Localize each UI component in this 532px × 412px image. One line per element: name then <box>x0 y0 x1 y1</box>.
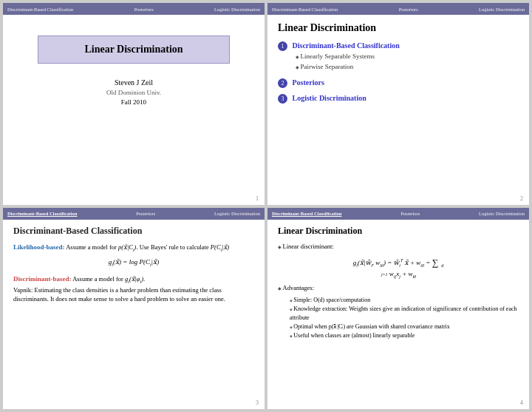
header-center-3: Posteriors <box>136 211 155 216</box>
advantages-section: Advantages: Simple: O(d) space/computati… <box>278 284 519 340</box>
toc-section-3: 3 Logistic Discrimination <box>278 94 519 104</box>
header-center-1: Posteriors <box>134 7 154 12</box>
likelihood-text: Assume a model for p(x̄|Ci). Use Bayes' … <box>66 243 229 251</box>
slide-1-number: 1 <box>256 195 259 202</box>
slide-2-content: Linear Discrimination 1 Discriminant-Bas… <box>267 15 529 115</box>
advantages-header: Advantages: <box>278 284 519 293</box>
math-1: gi(x̄) = log P(Ci|x̄) <box>13 257 254 269</box>
header-left-2: Discriminant-Based Classification <box>272 7 338 12</box>
header-center-2: Posteriors <box>399 7 418 12</box>
linear-discriminant-eq: gi(x̄|w̃i, wi0) = w̃iT x̄ + wi0 = ∑ d j=… <box>278 257 519 280</box>
advantage-2: Knowledge extraction: Weights sizes give… <box>290 305 519 322</box>
slide-1-date: Fall 2010 <box>13 98 254 106</box>
toc-section-1: 1 Discriminant-Based Classification Line… <box>278 41 519 72</box>
toc-number-3: 3 <box>278 94 287 104</box>
header-center-4: Posteriors <box>400 211 420 216</box>
slide-3: Discriminant-Based Classification Poster… <box>3 208 265 410</box>
slide-2-header: Discriminant-Based Classification Poster… <box>267 3 529 15</box>
header-left-1: Discriminant-Based Classification <box>7 7 73 12</box>
slide-3-content: Discriminant-Based Classification Likeli… <box>3 220 265 317</box>
header-right-1: Logistic Discrimination <box>214 7 260 12</box>
header-right-4: Logistic Discrimination <box>479 211 525 216</box>
slide-2: Discriminant-Based Classification Poster… <box>267 3 529 205</box>
toc-item-3: 3 Logistic Discrimination <box>278 94 519 104</box>
slide-1-institution: Old Dominion Univ. <box>13 89 254 96</box>
slide-2-number: 2 <box>520 195 523 202</box>
toc-sub-item-1-2: Pairwise Separation <box>296 61 519 72</box>
slide-1-title: Linear Discrimination <box>84 44 183 55</box>
slide-1-title-box: Linear Discrimination <box>38 36 231 64</box>
linear-discriminant-section: Linear discriminant: gi(x̄|w̃i, wi0) = w… <box>278 243 519 280</box>
slide-4-number: 4 <box>520 399 523 406</box>
linear-discriminant-label: Linear discriminant: <box>283 243 334 250</box>
slide-1-author: Steven J Zeil <box>13 78 254 87</box>
toc-label-2: Posteriors <box>293 78 324 87</box>
slide-1-header: Discriminant-Based Classification Poster… <box>3 3 265 15</box>
toc-number-2: 2 <box>278 78 287 88</box>
toc-item-1: 1 Discriminant-Based Classification <box>278 41 519 51</box>
slide-3-number: 3 <box>256 399 259 406</box>
slide-3-header: Discriminant-Based Classification Poster… <box>3 208 265 220</box>
slide-2-title: Linear Discrimination <box>278 22 519 34</box>
toc-sub-item-1-1: Linearly Separable Systems <box>296 51 519 61</box>
slide-4: Discriminant-Based Classification Poster… <box>267 208 529 410</box>
toc-item-2: 2 Posteriors <box>278 78 519 88</box>
toc-sub-1: Linearly Separable Systems Pairwise Sepa… <box>296 51 519 72</box>
likelihood-label: Likelihood-based: <box>13 243 65 251</box>
slide-4-content: Linear Discrimination Linear discriminan… <box>267 220 529 347</box>
slide-1-content: Linear Discrimination Steven J Zeil Old … <box>3 15 265 112</box>
discriminant-label: Discriminant-based: <box>13 275 72 283</box>
slide-3-title: Discriminant-Based Classification <box>13 226 254 237</box>
toc-number-1: 1 <box>278 41 287 51</box>
advantages-label: Advantages: <box>283 284 315 291</box>
toc-label-3: Logistic Discrimination <box>293 94 366 102</box>
advantage-3: Optimal when p(x̄|Cᵢ) are Gaussian with … <box>290 322 519 331</box>
toc-section-2: 2 Posteriors <box>278 78 519 88</box>
header-right-2: Logistic Discrimination <box>479 7 525 12</box>
advantage-4: Useful when classes are (almost) linearl… <box>290 331 519 340</box>
header-left-3: Discriminant-Based Classification <box>7 211 77 216</box>
discriminant-block: Discriminant-based: Assume a model for g… <box>13 274 254 304</box>
slide-1: Discriminant-Based Classification Poster… <box>3 3 265 205</box>
toc-label-1: Discriminant-Based Classification <box>293 41 400 50</box>
slide-4-title: Linear Discrimination <box>278 226 519 237</box>
likelihood-block: Likelihood-based: Assume a model for p(x… <box>13 243 254 269</box>
header-left-4: Discriminant-Based Classification <box>272 211 341 216</box>
advantage-1: Simple: O(d) space/computation <box>290 296 519 305</box>
header-right-3: Logistic Discrimination <box>214 211 260 216</box>
slide-4-header: Discriminant-Based Classification Poster… <box>267 208 529 220</box>
